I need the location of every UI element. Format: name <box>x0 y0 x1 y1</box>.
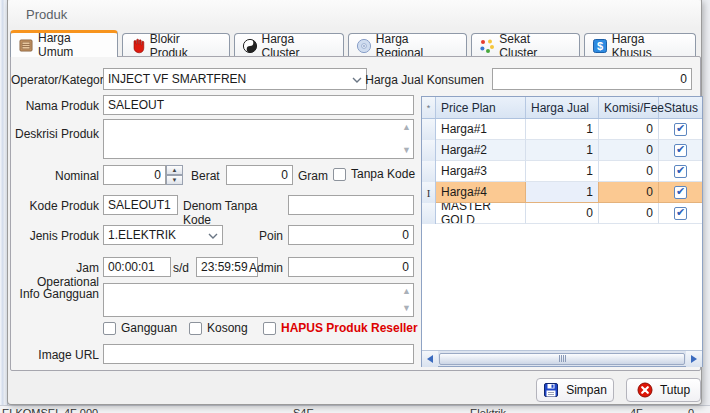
column-header-price-plan[interactable]: Price Plan <box>436 97 526 118</box>
cell-price-plan[interactable]: Harga#1 <box>436 119 526 140</box>
deskripsi-textarea[interactable]: ▲ ▼ <box>103 119 414 159</box>
tabstrip: Harga Umum Blokir Produk Harga Cluster H… <box>10 30 700 57</box>
cell-price-plan[interactable]: Harga#2 <box>436 140 526 161</box>
cell-status[interactable] <box>659 119 702 140</box>
poin-value: 0 <box>402 228 409 242</box>
cell-harga-jual-focused[interactable]: 1 <box>526 182 599 203</box>
tutup-button[interactable]: Tutup <box>626 378 701 402</box>
tab-harga-umum[interactable]: Harga Umum <box>10 30 118 57</box>
horizontal-scrollbar[interactable] <box>422 350 702 366</box>
tab-harga-cluster[interactable]: Harga Cluster <box>234 33 344 57</box>
status-checkbox-checked[interactable] <box>674 186 687 199</box>
image-url-input[interactable] <box>103 344 414 364</box>
table-row[interactable]: Harga#1 1 0 <box>422 119 702 140</box>
nama-produk-input[interactable]: SALEOUT <box>103 95 414 115</box>
status-checkbox-checked[interactable] <box>674 123 687 136</box>
status-checkbox-checked[interactable] <box>674 207 687 220</box>
status-checkbox-checked[interactable] <box>674 165 687 178</box>
close-x-icon <box>637 382 653 398</box>
cell-komisi[interactable]: 0 <box>599 161 659 182</box>
cell-harga-jual[interactable]: 1 <box>526 119 599 140</box>
cell-status[interactable] <box>659 161 702 182</box>
cell-status[interactable] <box>659 140 702 161</box>
tanpa-kode-checkbox[interactable]: Tanpa Kode <box>333 167 415 181</box>
crate-icon <box>18 37 34 53</box>
checkbox-icon[interactable] <box>189 322 202 335</box>
cell-harga-jual[interactable]: 1 <box>526 161 599 182</box>
kosong-label: Kosong <box>207 321 248 335</box>
kosong-checkbox[interactable]: Kosong <box>189 321 248 335</box>
info-gangguan-textarea[interactable]: ▲ ▼ <box>103 283 414 317</box>
cell-komisi[interactable]: 0 <box>599 119 659 140</box>
checkbox-icon[interactable] <box>333 168 346 181</box>
table-row[interactable]: Harga#3 1 0 <box>422 161 702 182</box>
yinyang-icon <box>242 38 258 54</box>
denom-input[interactable] <box>288 195 414 215</box>
admin-input[interactable]: 0 <box>288 257 414 277</box>
tab-blokir-produk[interactable]: Blokir Produk <box>122 33 230 57</box>
titlebar[interactable]: Produk <box>8 0 701 28</box>
cell-price-plan[interactable]: Harga#3 <box>436 161 526 182</box>
harga-umum-panel: Operator/Kategori INJECT VF SMARTFREN Na… <box>10 56 701 371</box>
operator-value: INJECT VF SMARTFREN <box>108 72 246 86</box>
cell-price-plan[interactable]: MASTER GOLD <box>436 203 526 224</box>
cell-harga-jual[interactable]: 0 <box>526 203 599 224</box>
simpan-button[interactable]: Simpan <box>536 378 614 402</box>
table-row[interactable]: MASTER GOLD 0 0 <box>422 203 702 224</box>
konsumen-input[interactable]: 0 <box>492 68 692 90</box>
image-url-label: Image URL <box>11 348 99 362</box>
nominal-input[interactable]: 0 <box>103 165 166 185</box>
row-indicator <box>422 161 436 182</box>
tutup-label: Tutup <box>660 383 690 397</box>
kode-produk-input[interactable]: SALEOUT1 <box>103 195 178 215</box>
scroll-up-icon[interactable]: ▲ <box>402 287 411 296</box>
operator-combobox[interactable]: INJECT VF SMARTFREN <box>103 68 367 90</box>
cell-price-plan[interactable]: Harga#4 <box>436 182 526 203</box>
scroll-up-icon[interactable]: ▲ <box>402 123 411 132</box>
jam-end-value: 23:59:59 <box>201 260 248 274</box>
cell-harga-jual[interactable]: 1 <box>526 140 599 161</box>
scroll-down-icon[interactable]: ▼ <box>402 146 411 155</box>
jam-start-value: 00:00:01 <box>108 260 155 274</box>
tab-harga-regional[interactable]: Harga Regional <box>348 33 467 57</box>
berat-input[interactable]: 0 <box>226 165 293 185</box>
scrollbar-thumb[interactable] <box>439 353 685 365</box>
cell-status[interactable] <box>659 203 702 224</box>
background-cell: 4F <box>630 407 643 413</box>
spin-down-icon[interactable]: ▼ <box>166 175 183 185</box>
cell-komisi[interactable]: 0 <box>599 140 659 161</box>
checkbox-icon[interactable] <box>263 322 276 335</box>
checkbox-icon[interactable] <box>103 322 116 335</box>
spin-up-icon[interactable]: ▲ <box>166 165 183 175</box>
row-indicator <box>422 203 436 224</box>
poin-input[interactable]: 0 <box>288 225 414 245</box>
cell-status[interactable] <box>659 182 702 203</box>
table-row[interactable]: Harga#2 1 0 <box>422 140 702 161</box>
tab-sekat-cluster[interactable]: Sekat Cluster <box>471 33 579 57</box>
status-checkbox-checked[interactable] <box>674 144 687 157</box>
scroll-right-icon[interactable] <box>686 351 702 367</box>
grid-header-row: * Price Plan Harga Jual Komisi/Fee Statu… <box>422 97 702 119</box>
hapus-produk-checkbox[interactable]: HAPUS Produk Reseller <box>263 321 418 335</box>
berat-value: 0 <box>281 168 288 182</box>
tab-harga-khusus[interactable]: $ Harga Khusus <box>584 33 696 57</box>
scroll-down-icon[interactable]: ▼ <box>402 304 411 313</box>
cell-komisi[interactable]: 0 <box>599 182 659 203</box>
table-row-selected[interactable]: I Harga#4 1 0 <box>422 182 702 203</box>
nominal-stepper[interactable]: ▲ ▼ <box>166 165 183 185</box>
jam-operational-label: Jam Operational <box>11 261 99 289</box>
jenis-produk-combobox[interactable]: 1.ELEKTRIK <box>103 225 223 245</box>
cell-komisi[interactable]: 0 <box>599 203 659 224</box>
background-cell: ELKOMSEL 4F 000 <box>2 407 98 413</box>
gangguan-label: Gangguan <box>121 321 177 335</box>
column-header-status[interactable]: Status <box>659 97 702 118</box>
column-header-komisi-fee[interactable]: Komisi/Fee <box>599 97 659 118</box>
dollar-icon: $ <box>592 38 608 54</box>
jenis-produk-label: Jenis Produk <box>11 229 99 243</box>
column-header-harga-jual[interactable]: Harga Jual <box>526 97 599 118</box>
gangguan-checkbox[interactable]: Gangguan <box>103 321 177 335</box>
cluster-icon <box>479 38 495 54</box>
jam-start-input[interactable]: 00:00:01 <box>103 257 171 277</box>
scroll-left-icon[interactable] <box>422 351 438 367</box>
window-title: Produk <box>26 7 67 22</box>
